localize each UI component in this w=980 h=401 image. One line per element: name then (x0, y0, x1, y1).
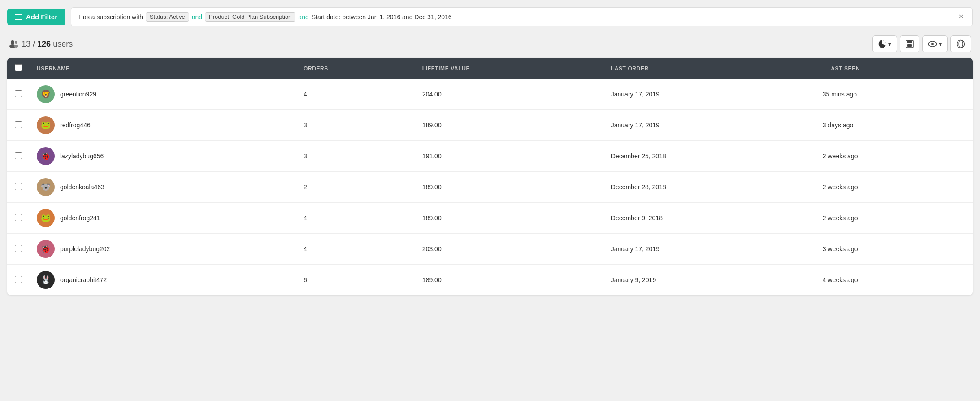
globe-icon (956, 39, 965, 48)
group-button[interactable]: ▾ (872, 35, 897, 52)
orders-cell: 3 (296, 141, 415, 172)
users-icon (9, 40, 19, 48)
lifetime-value-cell: 203.00 (415, 234, 604, 265)
svg-rect-6 (907, 40, 912, 43)
users-table-container: USERNAME ORDERS LIFETIME VALUE LAST ORDE… (7, 58, 973, 295)
orders-cell: 4 (296, 203, 415, 234)
table-body: 🦁 greenlion929 4204.00January 17, 201935… (7, 79, 973, 295)
save-button[interactable] (900, 35, 919, 52)
row-checkbox[interactable] (15, 214, 22, 221)
select-all-checkbox[interactable] (15, 64, 22, 71)
svg-point-3 (14, 45, 18, 48)
filter-tag-status[interactable]: Status: Active (146, 12, 189, 22)
orders-cell: 4 (296, 234, 415, 265)
add-filter-label: Add Filter (26, 13, 57, 21)
results-bar: 13 / 126 users ▾ ▾ (7, 35, 973, 52)
last-order-cell: January 17, 2019 (604, 234, 815, 265)
user-cell[interactable]: 🐰 organicrabbit472 (30, 265, 296, 296)
table-row[interactable]: 🐰 organicrabbit472 6189.00January 9, 201… (7, 265, 973, 296)
svg-point-0 (11, 40, 14, 44)
lifetime-value-cell: 204.00 (415, 79, 604, 110)
filter-lines-icon (15, 14, 22, 20)
username-text: purpleladybug202 (60, 245, 110, 253)
row-checkbox-cell (7, 265, 30, 296)
visibility-dropdown-arrow: ▾ (939, 40, 942, 48)
row-checkbox-cell (7, 110, 30, 141)
user-cell[interactable]: 🐸 goldenfrog241 (30, 203, 296, 234)
header-lifetime-value: LIFETIME VALUE (415, 58, 604, 79)
avatar: 🦁 (37, 85, 55, 103)
filtered-count: 13 / 126 users (22, 39, 73, 49)
row-checkbox-cell (7, 79, 30, 110)
last-order-cell: December 28, 2018 (604, 172, 815, 203)
table-row[interactable]: 🐨 goldenkoala463 2189.00December 28, 201… (7, 172, 973, 203)
row-checkbox[interactable] (15, 90, 22, 97)
row-checkbox[interactable] (15, 276, 22, 283)
header-last-seen[interactable]: ↓ LAST SEEN (815, 58, 973, 79)
header-orders: ORDERS (296, 58, 415, 79)
last-seen-cell: 3 days ago (815, 110, 973, 141)
avatar: 🐨 (37, 178, 55, 196)
svg-point-2 (15, 41, 17, 44)
filter-prefix: Has a subscription with (78, 13, 143, 21)
header-row: USERNAME ORDERS LIFETIME VALUE LAST ORDE… (7, 58, 973, 79)
filter-close-button[interactable]: × (957, 12, 965, 22)
avatar: 🐞 (37, 147, 55, 165)
user-cell[interactable]: 🐞 lazyladybug656 (30, 141, 296, 172)
row-checkbox[interactable] (15, 121, 22, 128)
row-checkbox-cell (7, 234, 30, 265)
table-row[interactable]: 🐸 goldenfrog241 4189.00December 9, 20182… (7, 203, 973, 234)
user-cell[interactable]: 🐞 purpleladybug202 (30, 234, 296, 265)
last-order-cell: January 17, 2019 (604, 110, 815, 141)
top-bar: Add Filter Has a subscription with Statu… (7, 7, 973, 26)
lifetime-value-cell: 191.00 (415, 141, 604, 172)
table-row[interactable]: 🐞 purpleladybug202 4203.00January 17, 20… (7, 234, 973, 265)
pie-chart-icon (878, 40, 886, 48)
last-seen-cell: 4 weeks ago (815, 265, 973, 296)
toolbar-buttons: ▾ ▾ (872, 35, 971, 52)
results-count: 13 / 126 users (9, 39, 73, 49)
row-checkbox[interactable] (15, 183, 22, 190)
header-last-order: LAST ORDER (604, 58, 815, 79)
more-button[interactable] (950, 35, 971, 52)
row-checkbox-cell (7, 172, 30, 203)
username-text: goldenkoala463 (60, 183, 104, 191)
filter-and-1: and (192, 13, 202, 21)
last-seen-cell: 2 weeks ago (815, 203, 973, 234)
avatar: 🐰 (37, 271, 55, 289)
eye-icon (928, 41, 937, 47)
user-cell[interactable]: 🐸 redfrog446 (30, 110, 296, 141)
table-row[interactable]: 🐸 redfrog446 3189.00January 17, 20193 da… (7, 110, 973, 141)
table-header: USERNAME ORDERS LIFETIME VALUE LAST ORDE… (7, 58, 973, 79)
row-checkbox-cell (7, 141, 30, 172)
svg-point-9 (931, 43, 934, 45)
orders-cell: 4 (296, 79, 415, 110)
orders-cell: 6 (296, 265, 415, 296)
add-filter-button[interactable]: Add Filter (7, 9, 65, 25)
row-checkbox[interactable] (15, 152, 22, 159)
filter-bar: Has a subscription with Status: Active a… (71, 7, 973, 26)
username-text: goldenfrog241 (60, 214, 100, 222)
user-cell[interactable]: 🐨 goldenkoala463 (30, 172, 296, 203)
lifetime-value-cell: 189.00 (415, 203, 604, 234)
users-table: USERNAME ORDERS LIFETIME VALUE LAST ORDE… (7, 58, 973, 295)
user-cell[interactable]: 🦁 greenlion929 (30, 79, 296, 110)
last-seen-cell: 35 mins ago (815, 79, 973, 110)
row-checkbox[interactable] (15, 245, 22, 252)
username-text: redfrog446 (60, 122, 91, 129)
table-row[interactable]: 🦁 greenlion929 4204.00January 17, 201935… (7, 79, 973, 110)
avatar: 🐸 (37, 116, 55, 134)
visibility-button[interactable]: ▾ (922, 35, 948, 52)
last-order-cell: January 9, 2019 (604, 265, 815, 296)
svg-rect-7 (907, 44, 912, 47)
orders-cell: 3 (296, 110, 415, 141)
filter-suffix: Start date: between Jan 1, 2016 and Dec … (312, 13, 452, 21)
filter-tag-product[interactable]: Product: Gold Plan Subscription (205, 12, 295, 22)
table-row[interactable]: 🐞 lazyladybug656 3191.00December 25, 201… (7, 141, 973, 172)
last-order-cell: January 17, 2019 (604, 79, 815, 110)
last-seen-cell: 3 weeks ago (815, 234, 973, 265)
last-order-cell: December 9, 2018 (604, 203, 815, 234)
username-text: lazyladybug656 (60, 153, 104, 160)
lifetime-value-cell: 189.00 (415, 110, 604, 141)
filter-and-2: and (298, 13, 308, 21)
